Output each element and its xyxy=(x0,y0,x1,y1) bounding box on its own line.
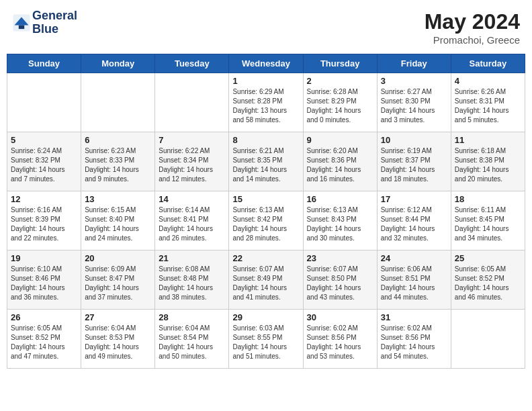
day-info: Sunrise: 6:27 AM Sunset: 8:30 PM Dayligh… xyxy=(381,87,447,125)
day-cell-28: 28Sunrise: 6:04 AM Sunset: 8:54 PM Dayli… xyxy=(155,310,229,369)
weekday-header-monday: Monday xyxy=(81,54,155,73)
weekday-header-row: SundayMondayTuesdayWednesdayThursdayFrid… xyxy=(7,54,525,73)
day-info: Sunrise: 6:16 AM Sunset: 8:39 PM Dayligh… xyxy=(11,205,77,243)
svg-rect-2 xyxy=(19,25,24,29)
day-info: Sunrise: 6:13 AM Sunset: 8:43 PM Dayligh… xyxy=(307,205,373,243)
day-cell-27: 27Sunrise: 6:04 AM Sunset: 8:53 PM Dayli… xyxy=(81,310,155,369)
day-cell-23: 23Sunrise: 6:07 AM Sunset: 8:50 PM Dayli… xyxy=(303,250,377,310)
day-cell-30: 30Sunrise: 6:02 AM Sunset: 8:56 PM Dayli… xyxy=(303,310,377,369)
day-info: Sunrise: 6:03 AM Sunset: 8:55 PM Dayligh… xyxy=(232,324,299,361)
day-cell-1: 1Sunrise: 6:29 AM Sunset: 8:28 PM Daylig… xyxy=(229,73,303,132)
day-number: 20 xyxy=(85,253,151,263)
day-number: 13 xyxy=(85,194,151,204)
day-info: Sunrise: 6:23 AM Sunset: 8:33 PM Dayligh… xyxy=(85,146,151,184)
weekday-header-friday: Friday xyxy=(377,54,451,73)
day-info: Sunrise: 6:04 AM Sunset: 8:53 PM Dayligh… xyxy=(85,324,151,361)
day-number: 27 xyxy=(85,312,151,322)
day-number: 6 xyxy=(85,135,151,145)
weekday-header-tuesday: Tuesday xyxy=(155,54,229,73)
day-number: 30 xyxy=(307,312,373,322)
day-number: 16 xyxy=(307,194,373,204)
day-cell-29: 29Sunrise: 6:03 AM Sunset: 8:55 PM Dayli… xyxy=(229,310,303,369)
week-row-4: 19Sunrise: 6:10 AM Sunset: 8:46 PM Dayli… xyxy=(7,250,525,310)
month-year-title: May 2024 xyxy=(425,9,520,34)
day-cell-16: 16Sunrise: 6:13 AM Sunset: 8:43 PM Dayli… xyxy=(303,191,377,250)
day-info: Sunrise: 6:28 AM Sunset: 8:29 PM Dayligh… xyxy=(307,87,373,125)
day-cell-9: 9Sunrise: 6:20 AM Sunset: 8:36 PM Daylig… xyxy=(303,132,377,191)
day-info: Sunrise: 6:11 AM Sunset: 8:45 PM Dayligh… xyxy=(455,205,521,243)
day-number: 28 xyxy=(159,312,225,322)
calendar-table: SundayMondayTuesdayWednesdayThursdayFrid… xyxy=(7,54,525,369)
day-cell-24: 24Sunrise: 6:06 AM Sunset: 8:51 PM Dayli… xyxy=(377,250,451,310)
day-info: Sunrise: 6:19 AM Sunset: 8:37 PM Dayligh… xyxy=(381,146,447,184)
day-number: 14 xyxy=(159,194,225,204)
logo-text: General Blue xyxy=(32,9,77,36)
day-info: Sunrise: 6:09 AM Sunset: 8:47 PM Dayligh… xyxy=(85,265,151,302)
day-info: Sunrise: 6:29 AM Sunset: 8:28 PM Dayligh… xyxy=(232,87,299,125)
day-cell-22: 22Sunrise: 6:07 AM Sunset: 8:49 PM Dayli… xyxy=(229,250,303,310)
day-info: Sunrise: 6:02 AM Sunset: 8:56 PM Dayligh… xyxy=(307,324,373,361)
day-info: Sunrise: 6:18 AM Sunset: 8:38 PM Dayligh… xyxy=(455,146,521,184)
day-cell-25: 25Sunrise: 6:05 AM Sunset: 8:52 PM Dayli… xyxy=(451,250,525,310)
day-number: 29 xyxy=(232,312,299,322)
day-info: Sunrise: 6:13 AM Sunset: 8:42 PM Dayligh… xyxy=(232,205,299,243)
day-cell-21: 21Sunrise: 6:08 AM Sunset: 8:48 PM Dayli… xyxy=(155,250,229,310)
empty-cell xyxy=(7,73,81,132)
day-cell-19: 19Sunrise: 6:10 AM Sunset: 8:46 PM Dayli… xyxy=(7,250,81,310)
week-row-3: 12Sunrise: 6:16 AM Sunset: 8:39 PM Dayli… xyxy=(7,191,525,250)
day-info: Sunrise: 6:15 AM Sunset: 8:40 PM Dayligh… xyxy=(85,205,151,243)
day-number: 25 xyxy=(455,253,521,263)
day-info: Sunrise: 6:04 AM Sunset: 8:54 PM Dayligh… xyxy=(159,324,225,361)
day-number: 31 xyxy=(381,312,447,322)
empty-cell xyxy=(451,310,525,369)
day-number: 7 xyxy=(159,135,225,145)
day-cell-20: 20Sunrise: 6:09 AM Sunset: 8:47 PM Dayli… xyxy=(81,250,155,310)
day-cell-3: 3Sunrise: 6:27 AM Sunset: 8:30 PM Daylig… xyxy=(377,73,451,132)
day-number: 4 xyxy=(455,76,521,86)
day-cell-7: 7Sunrise: 6:22 AM Sunset: 8:34 PM Daylig… xyxy=(155,132,229,191)
day-cell-31: 31Sunrise: 6:02 AM Sunset: 8:56 PM Dayli… xyxy=(377,310,451,369)
day-number: 17 xyxy=(381,194,447,204)
day-number: 1 xyxy=(232,76,299,86)
day-number: 21 xyxy=(159,253,225,263)
day-number: 12 xyxy=(11,194,77,204)
day-info: Sunrise: 6:21 AM Sunset: 8:35 PM Dayligh… xyxy=(232,146,299,184)
day-info: Sunrise: 6:24 AM Sunset: 8:32 PM Dayligh… xyxy=(11,146,77,184)
week-row-2: 5Sunrise: 6:24 AM Sunset: 8:32 PM Daylig… xyxy=(7,132,525,191)
day-cell-15: 15Sunrise: 6:13 AM Sunset: 8:42 PM Dayli… xyxy=(229,191,303,250)
day-info: Sunrise: 6:08 AM Sunset: 8:48 PM Dayligh… xyxy=(159,265,225,302)
day-number: 8 xyxy=(232,135,299,145)
logo-icon xyxy=(12,13,31,32)
day-info: Sunrise: 6:06 AM Sunset: 8:51 PM Dayligh… xyxy=(381,265,447,302)
weekday-header-saturday: Saturday xyxy=(451,54,525,73)
day-cell-12: 12Sunrise: 6:16 AM Sunset: 8:39 PM Dayli… xyxy=(7,191,81,250)
day-info: Sunrise: 6:10 AM Sunset: 8:46 PM Dayligh… xyxy=(11,265,77,302)
day-info: Sunrise: 6:12 AM Sunset: 8:44 PM Dayligh… xyxy=(381,205,447,243)
day-number: 5 xyxy=(11,135,77,145)
page-header: General Blue May 2024 Promachoi, Greece xyxy=(7,7,525,48)
day-info: Sunrise: 6:26 AM Sunset: 8:31 PM Dayligh… xyxy=(455,87,521,125)
location-subtitle: Promachoi, Greece xyxy=(425,34,520,46)
day-info: Sunrise: 6:05 AM Sunset: 8:52 PM Dayligh… xyxy=(455,265,521,302)
day-number: 3 xyxy=(381,76,447,86)
day-info: Sunrise: 6:07 AM Sunset: 8:49 PM Dayligh… xyxy=(232,265,299,302)
day-cell-2: 2Sunrise: 6:28 AM Sunset: 8:29 PM Daylig… xyxy=(303,73,377,132)
day-info: Sunrise: 6:20 AM Sunset: 8:36 PM Dayligh… xyxy=(307,146,373,184)
day-cell-17: 17Sunrise: 6:12 AM Sunset: 8:44 PM Dayli… xyxy=(377,191,451,250)
day-cell-18: 18Sunrise: 6:11 AM Sunset: 8:45 PM Dayli… xyxy=(451,191,525,250)
day-number: 19 xyxy=(11,253,77,263)
day-number: 10 xyxy=(381,135,447,145)
day-cell-10: 10Sunrise: 6:19 AM Sunset: 8:37 PM Dayli… xyxy=(377,132,451,191)
weekday-header-sunday: Sunday xyxy=(7,54,81,73)
day-number: 22 xyxy=(232,253,299,263)
weekday-header-wednesday: Wednesday xyxy=(229,54,303,73)
day-number: 18 xyxy=(455,194,521,204)
day-info: Sunrise: 6:02 AM Sunset: 8:56 PM Dayligh… xyxy=(381,324,447,361)
empty-cell xyxy=(155,73,229,132)
day-cell-4: 4Sunrise: 6:26 AM Sunset: 8:31 PM Daylig… xyxy=(451,73,525,132)
day-cell-13: 13Sunrise: 6:15 AM Sunset: 8:40 PM Dayli… xyxy=(81,191,155,250)
day-cell-5: 5Sunrise: 6:24 AM Sunset: 8:32 PM Daylig… xyxy=(7,132,81,191)
weekday-header-thursday: Thursday xyxy=(303,54,377,73)
empty-cell xyxy=(81,73,155,132)
day-number: 2 xyxy=(307,76,373,86)
